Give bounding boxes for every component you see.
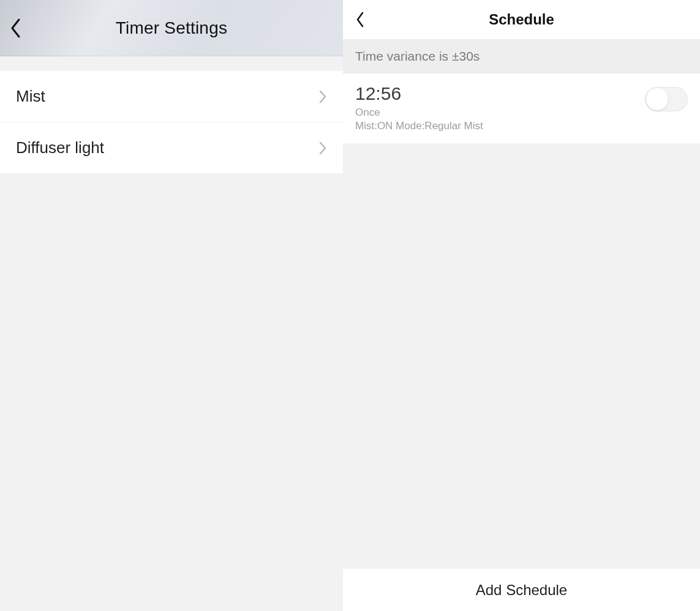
variance-info: Time variance is ±30s xyxy=(343,39,700,73)
schedule-repeat: Once xyxy=(355,107,483,119)
schedule-row[interactable]: 12:56 Once Mist:ON Mode:Regular Mist xyxy=(343,73,700,144)
schedule-info: 12:56 Once Mist:ON Mode:Regular Mist xyxy=(355,83,483,132)
schedule-detail: Mist:ON Mode:Regular Mist xyxy=(355,120,483,132)
list-item-label: Mist xyxy=(16,87,45,106)
chevron-left-icon xyxy=(10,18,22,39)
list-item-mist[interactable]: Mist xyxy=(0,71,343,122)
back-button[interactable] xyxy=(355,11,365,28)
schedule-time: 12:56 xyxy=(355,83,483,104)
timer-settings-header: Timer Settings xyxy=(0,0,343,56)
back-button[interactable] xyxy=(10,18,22,39)
schedule-screen: Schedule Time variance is ±30s 12:56 Onc… xyxy=(343,0,700,611)
empty-area xyxy=(343,144,700,611)
add-schedule-button[interactable]: Add Schedule xyxy=(343,568,700,611)
chevron-left-icon xyxy=(355,11,365,28)
timer-settings-screen: Timer Settings Mist Diffuser light xyxy=(0,0,343,611)
page-title: Schedule xyxy=(343,11,700,28)
add-schedule-label: Add Schedule xyxy=(476,582,567,599)
list-item-diffuser-light[interactable]: Diffuser light xyxy=(0,122,343,174)
chevron-right-icon xyxy=(318,141,327,156)
schedule-toggle[interactable] xyxy=(645,87,688,111)
chevron-right-icon xyxy=(318,89,327,104)
section-gap xyxy=(0,56,343,71)
schedule-header: Schedule xyxy=(343,0,700,39)
list-item-label: Diffuser light xyxy=(16,138,104,157)
page-title: Timer Settings xyxy=(0,18,343,38)
toggle-knob xyxy=(646,88,668,110)
